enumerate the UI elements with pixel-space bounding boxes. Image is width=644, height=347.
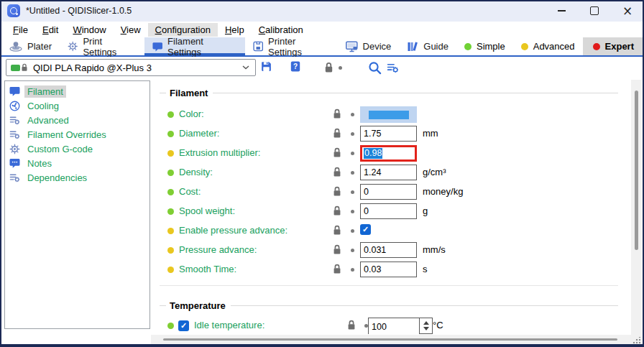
spinner-buttons[interactable] [419,318,432,333]
spin-down-icon[interactable] [423,327,429,330]
idle-temperature-input[interactable] [369,318,419,335]
sidebar-item-custom-gcode[interactable]: Custom G-code [5,142,150,156]
close-icon: × [622,5,632,17]
lock-toggle-button[interactable] [324,62,334,73]
list-gear-icon [9,115,20,126]
lock-icon[interactable] [333,167,341,177]
mode-simple-label: Simple [477,41,505,52]
sidebar-item-advanced[interactable]: Advanced [5,113,150,127]
sidebar-item-label: Custom G-code [24,143,96,155]
lock-icon[interactable] [333,244,341,255]
lock-icon[interactable] [333,225,341,236]
menu-view[interactable]: View [114,23,148,37]
tab-device[interactable]: Device [338,37,400,55]
fan-icon [9,101,20,111]
section-separator [160,285,618,286]
revert-dot-icon [351,268,354,272]
sidebar-item-label: Filament Overrides [24,129,109,141]
unit-label: mm/s [423,244,446,255]
default-value-dot-icon [167,189,174,195]
section-header-filament: Filament [160,85,618,101]
tab-plater[interactable]: Plater [1,37,60,55]
revert-dot-icon [339,66,342,70]
tab-filament-settings[interactable]: Filament Settings [144,37,245,55]
setting-row-diameter: Diameter: mm [160,124,618,144]
minimize-button[interactable] [545,0,578,22]
mode-advanced[interactable]: Advanced [513,37,583,55]
setting-label: Color: [179,108,204,119]
sidebar-item-notes[interactable]: Notes [5,156,150,170]
title-bar[interactable]: *Untitled - QIDISlicer-1.0.5 × [0,0,644,22]
enable-pressure-advance-checkbox[interactable]: ✓ [360,224,371,235]
tab-printer-settings[interactable]: Printer Settings [245,37,338,55]
menu-file[interactable]: File [6,23,35,37]
lock-icon[interactable] [333,186,341,197]
sidebar-item-filament[interactable]: Filament [5,84,150,98]
idle-temperature-checkbox[interactable]: ✓ [178,320,189,331]
help-button[interactable] [290,60,301,73]
lock-icon[interactable] [347,320,356,330]
maximize-button[interactable] [578,0,611,22]
extrusion-multiplier-input[interactable]: 0.98 [360,145,417,162]
revert-dot-icon [351,249,354,252]
default-value-dot-icon [167,111,174,118]
settings-sidebar: Filament Cooling Advanced Filament Overr… [4,80,150,329]
density-input[interactable] [360,165,417,180]
pressure-advance-input[interactable] [360,242,417,258]
horizontal-scrollbar-thumb[interactable] [163,338,617,341]
setting-row-extrusion-multiplier: Extrusion multiplier: 0.98 [160,144,618,163]
color-swatch [369,111,409,119]
sidebar-item-cooling[interactable]: Cooling [5,98,150,113]
cost-input[interactable] [360,184,417,200]
lock-icon[interactable] [333,108,341,119]
menu-calibration[interactable]: Calibration [252,23,310,37]
tab-guide[interactable]: Guide [399,37,456,55]
lock-icon[interactable] [333,264,341,274]
vertical-scrollbar-thumb[interactable] [635,91,638,250]
compare-settings-button[interactable] [387,62,399,74]
default-value-dot-icon [167,170,174,176]
window-title: *Untitled - QIDISlicer-1.0.5 [26,6,132,16]
tab-print-settings-label: Print Settings [83,36,136,57]
spool-weight-input[interactable] [360,203,417,219]
tab-print-settings[interactable]: Print Settings [60,37,144,55]
preset-toolbar: QIDI PLA Rapido @X-Plus 3 [0,57,644,80]
filament-preset-combobox[interactable]: QIDI PLA Rapido @X-Plus 3 [6,59,256,76]
menu-configuration[interactable]: Configuration [148,23,218,37]
menu-window[interactable]: Window [65,23,113,37]
revert-dot-icon [351,113,354,116]
advanced-mode-dot-icon [521,43,528,50]
save-preset-button[interactable] [260,60,272,73]
setting-label: Spool weight: [179,205,235,216]
smooth-time-input[interactable] [360,262,417,277]
diameter-input[interactable] [360,126,417,142]
content-area: Filament Cooling Advanced Filament Overr… [0,80,644,345]
idle-temperature-spinner[interactable] [368,318,433,334]
vertical-scrollbar[interactable] [631,80,642,345]
lock-icon[interactable] [333,147,341,158]
menu-help[interactable]: Help [218,23,252,37]
setting-label: Idle temperature: [194,320,264,330]
spin-up-icon[interactable] [423,321,429,325]
list-gear-icon [9,172,20,183]
modified-value-dot-icon [167,247,174,254]
preset-name: QIDI PLA Rapido @X-Plus 3 [33,63,242,73]
device-monitor-icon [346,41,358,52]
resize-grip[interactable] [632,337,641,344]
horizontal-scrollbar[interactable] [151,335,631,344]
sidebar-item-filament-overrides[interactable]: Filament Overrides [5,127,150,142]
search-button[interactable] [368,61,382,75]
close-button[interactable]: × [611,0,644,22]
filament-icon [9,86,20,96]
sidebar-item-dependencies[interactable]: Dependencies [5,170,150,185]
color-swatch-button[interactable] [360,106,417,123]
chevron-down-icon [242,65,249,70]
mode-expert[interactable]: Expert [583,37,644,55]
menu-edit[interactable]: Edit [35,23,65,37]
lock-icon[interactable] [333,205,341,216]
maximize-icon [590,6,599,15]
setting-row-density: Density: g/cm³ [160,163,618,182]
setting-label: Density: [179,167,213,177]
lock-icon[interactable] [333,128,341,139]
mode-simple[interactable]: Simple [456,37,513,55]
